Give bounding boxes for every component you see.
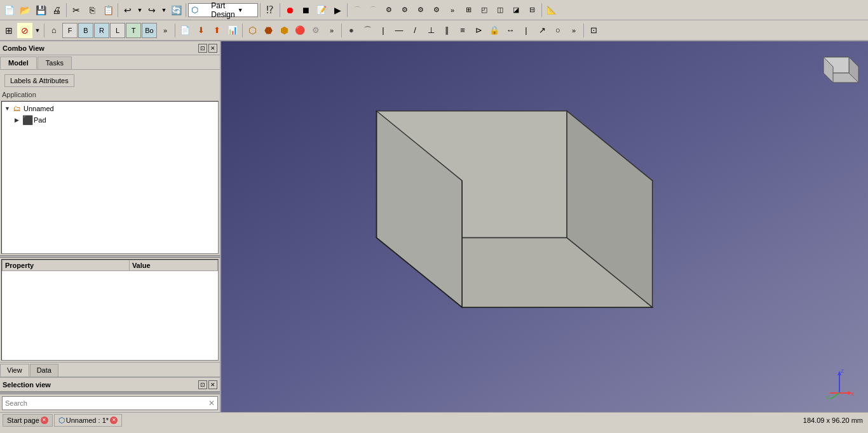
viewport[interactable]: Z X Y [221, 41, 868, 412]
part-btn3[interactable]: ⚙ [381, 3, 397, 18]
tab-data[interactable]: Data [30, 364, 58, 376]
stop-button[interactable]: ⏹ [298, 3, 313, 18]
selection-close-button[interactable]: ✕ [208, 380, 217, 389]
part-btn4[interactable]: ⚙ [397, 3, 412, 18]
panel-float-button[interactable]: ⊡ [198, 44, 207, 53]
redo-button[interactable]: ↪ [144, 3, 159, 18]
start-page-tab[interactable]: Start page ✕ [3, 414, 53, 427]
solid-btn1[interactable]: ⬡ [245, 23, 260, 38]
unnamed-tab-label: Unnamed : 1* [66, 416, 109, 424]
constraint-btn5[interactable]: / [407, 23, 423, 38]
unnamed-tab[interactable]: ⬡ Unnamed : 1* ✕ [54, 414, 122, 427]
panel-close-button[interactable]: ✕ [208, 44, 217, 53]
constraint-btn9[interactable]: ⊳ [471, 23, 486, 38]
back-view-button[interactable]: B [78, 23, 93, 38]
no-perspective-button[interactable]: ⊘ [17, 23, 32, 38]
more-view-btn[interactable]: » [158, 23, 173, 38]
constraint-btn1[interactable]: ● [344, 23, 359, 38]
constraint-btn2[interactable]: ⌒ [360, 23, 375, 38]
constraint-btn6[interactable]: ⊥ [423, 23, 438, 38]
search-bar[interactable]: ✕ [2, 396, 218, 410]
constraint-btn4[interactable]: — [391, 23, 407, 38]
search-input[interactable] [5, 399, 208, 407]
right-view-button[interactable]: R [94, 23, 109, 38]
tab-model[interactable]: Model [0, 57, 37, 69]
macro-button[interactable]: 📝 [314, 3, 329, 18]
labels-attrs-button[interactable]: Labels & Attributes [4, 74, 74, 87]
undo-dropdown[interactable]: ▼ [136, 3, 144, 18]
nav-cube[interactable] [811, 44, 862, 95]
constraint-btn3[interactable]: | [376, 23, 391, 38]
start-page-close[interactable]: ✕ [41, 416, 48, 424]
tab-view[interactable]: View [0, 364, 29, 376]
top-view-button[interactable]: T [126, 23, 141, 38]
left-view-button[interactable]: L [110, 23, 125, 38]
front-view-button[interactable]: F [62, 23, 78, 38]
bottom-view-button[interactable]: Bo [142, 23, 157, 38]
constraint-btn7[interactable]: ∥ [439, 23, 454, 38]
more-solid-btn[interactable]: » [324, 23, 339, 38]
sep6 [347, 3, 348, 17]
new-button[interactable]: 📄 [1, 3, 17, 18]
solid-btn4[interactable]: 🔴 [292, 23, 308, 38]
measure-btn[interactable]: 📐 [544, 3, 559, 18]
fit-all-button[interactable]: ⊞ [1, 23, 17, 38]
draw-btn3[interactable]: ⬆ [209, 23, 224, 38]
selection-float-button[interactable]: ⊡ [198, 380, 207, 389]
workbench-label: Part Design [211, 1, 234, 19]
home-view-button[interactable]: ⌂ [46, 23, 62, 38]
more-btn1[interactable]: » [445, 3, 460, 18]
print-button[interactable]: 🖨 [49, 3, 64, 18]
paste-button[interactable]: 📋 [100, 3, 116, 18]
draw-btn1[interactable]: 📄 [177, 23, 193, 38]
refresh-button[interactable]: 🔄 [168, 3, 184, 18]
tree-item-pad[interactable]: ▶ ⬛ Pad [3, 114, 217, 126]
play-button[interactable]: ▶ [330, 3, 345, 18]
part-btn2[interactable]: ⌒ [365, 3, 381, 18]
constraint-btn10[interactable]: 🔒 [487, 23, 502, 38]
draw-btn2[interactable]: ⬇ [193, 23, 208, 38]
constraint-btn14[interactable]: ○ [550, 23, 566, 38]
undo-button[interactable]: ↩ [120, 3, 135, 18]
view-dropdown[interactable]: ▼ [33, 23, 42, 38]
selection-resizer[interactable] [0, 392, 220, 394]
workbench-selector[interactable]: ⬡ Part Design ▼ [188, 3, 258, 17]
constraint-btn13[interactable]: ↗ [534, 23, 550, 38]
part-btn5[interactable]: ⚙ [413, 3, 428, 18]
orient-btn5[interactable]: ⊟ [524, 3, 539, 18]
tree-icon-unnamed: 🗂 [12, 103, 22, 114]
open-button[interactable]: 📂 [17, 3, 32, 18]
svg-text:Y: Y [826, 395, 830, 399]
more-constraint-btn[interactable]: » [566, 23, 581, 38]
solid-btn3[interactable]: ⬢ [276, 23, 292, 38]
orient-btn3[interactable]: ◫ [492, 3, 508, 18]
search-clear-icon[interactable]: ✕ [208, 399, 215, 408]
main-area: Combo View ⊡ ✕ Model Tasks Labels & Attr… [0, 41, 868, 412]
save-button[interactable]: 💾 [33, 3, 48, 18]
solid-btn2[interactable]: ⬣ [261, 23, 276, 38]
part-btn1[interactable]: ⌒ [349, 3, 365, 18]
constraint-btn8[interactable]: ≡ [455, 23, 470, 38]
panel-resizer[interactable] [0, 255, 220, 258]
orient-btn1[interactable]: ⊞ [461, 3, 476, 18]
tree-item-unnamed[interactable]: ▼ 🗂 Unnamed [3, 103, 217, 114]
help-button[interactable]: ⁉ [262, 3, 278, 18]
orient-btn4[interactable]: ◪ [508, 3, 524, 18]
unnamed-tab-close[interactable]: ✕ [110, 416, 118, 424]
copy-button[interactable]: ⎘ [85, 3, 100, 18]
redo-dropdown[interactable]: ▼ [160, 3, 168, 18]
draw-btn4[interactable]: 📊 [225, 23, 240, 38]
record-button[interactable]: ⏺ [282, 3, 297, 18]
solid-btn5[interactable]: ⚙ [308, 23, 323, 38]
orient-btn2[interactable]: ◰ [477, 3, 492, 18]
selection-panel-controls: ⊡ ✕ [198, 380, 217, 389]
cut-button[interactable]: ✂ [69, 3, 84, 18]
constraint-btn11[interactable]: ↔ [503, 23, 518, 38]
constraint-btn12[interactable]: | [519, 23, 534, 38]
select-mode-btn[interactable]: ⊡ [586, 23, 601, 38]
part-btn6[interactable]: ⚙ [429, 3, 444, 18]
svg-text:X: X [851, 391, 855, 397]
sep8 [44, 23, 44, 37]
tab-tasks[interactable]: Tasks [37, 57, 72, 69]
sep4 [260, 3, 261, 17]
